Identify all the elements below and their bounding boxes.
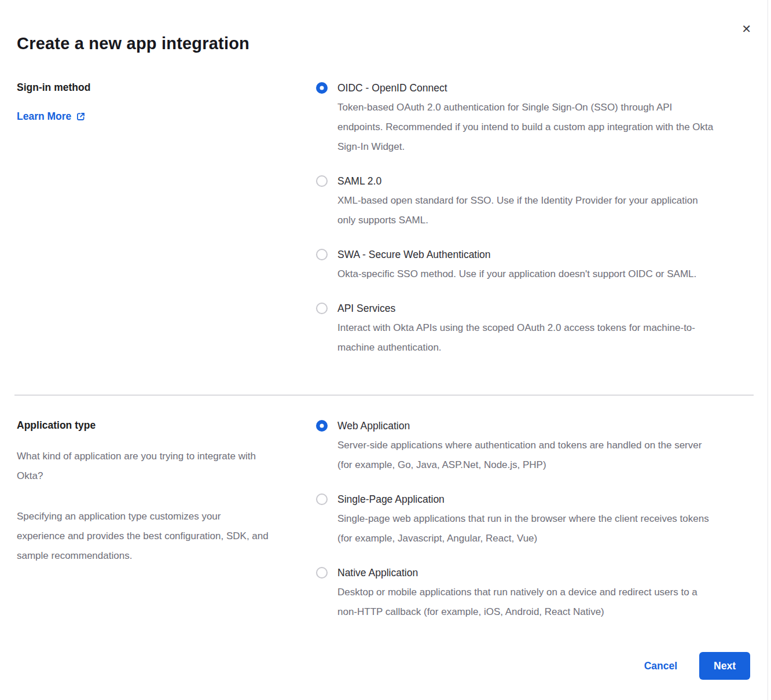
option-description-oidc: Token-based OAuth 2.0 authentication for… xyxy=(337,98,714,157)
option-description-swa: Okta-specific SSO method. Use if your ap… xyxy=(337,264,696,284)
option-description-web-application: Server-side applications where authentic… xyxy=(337,436,714,475)
signin-method-section: Sign-in method Learn More OIDC - OpenID … xyxy=(0,81,771,358)
option-label-web-application: Web Application xyxy=(337,419,714,433)
learn-more-link[interactable]: Learn More xyxy=(17,110,86,123)
application-type-question: What kind of application are you trying … xyxy=(17,447,271,486)
apptype-option-spa[interactable]: Single-Page Application Single-page web … xyxy=(316,492,750,548)
radio-button-saml[interactable] xyxy=(316,175,328,187)
modal-right-edge xyxy=(768,0,768,700)
signin-method-label: Sign-in method xyxy=(17,81,316,94)
radio-button-swa[interactable] xyxy=(316,249,328,260)
option-description-api-services: Interact with Okta APIs using the scoped… xyxy=(337,318,714,358)
application-type-label: Application type xyxy=(17,419,316,432)
external-link-icon xyxy=(76,112,86,121)
learn-more-label: Learn More xyxy=(17,110,71,123)
application-type-explainer: Specifying an application type customize… xyxy=(17,507,271,566)
apptype-option-web[interactable]: Web Application Server-side applications… xyxy=(316,419,750,475)
option-label-native-application: Native Application xyxy=(337,566,714,580)
radio-button-web-application[interactable] xyxy=(316,420,328,432)
radio-button-single-page-application[interactable] xyxy=(316,493,328,505)
dialog-footer: Cancel Next xyxy=(0,652,771,680)
option-description-saml: XML-based open standard for SSO. Use if … xyxy=(337,191,714,230)
option-label-single-page-application: Single-Page Application xyxy=(337,492,714,506)
option-label-saml: SAML 2.0 xyxy=(337,174,714,188)
option-description-single-page-application: Single-page web applications that run in… xyxy=(337,509,714,548)
section-divider xyxy=(14,395,754,396)
option-label-oidc: OIDC - OpenID Connect xyxy=(337,81,714,95)
option-label-swa: SWA - Secure Web Authentication xyxy=(337,248,696,261)
page-title: Create a new app integration xyxy=(0,0,771,54)
signin-option-oidc[interactable]: OIDC - OpenID Connect Token-based OAuth … xyxy=(316,81,750,157)
cancel-button[interactable]: Cancel xyxy=(644,660,677,672)
option-description-native-application: Desktop or mobile applications that run … xyxy=(337,583,714,622)
radio-button-api-services[interactable] xyxy=(316,303,328,314)
next-button[interactable]: Next xyxy=(699,652,750,680)
signin-option-saml[interactable]: SAML 2.0 XML-based open standard for SSO… xyxy=(316,174,750,230)
signin-option-api-services[interactable]: API Services Interact with Okta APIs usi… xyxy=(316,301,750,358)
signin-option-swa[interactable]: SWA - Secure Web Authentication Okta-spe… xyxy=(316,248,750,284)
create-app-integration-dialog: ✕ Create a new app integration Sign-in m… xyxy=(0,0,771,700)
radio-button-native-application[interactable] xyxy=(316,567,328,579)
application-type-section: Application type What kind of applicatio… xyxy=(0,419,771,622)
radio-button-oidc[interactable] xyxy=(316,82,328,94)
close-icon[interactable]: ✕ xyxy=(739,21,754,37)
option-label-api-services: API Services xyxy=(337,301,714,315)
apptype-option-native[interactable]: Native Application Desktop or mobile app… xyxy=(316,566,750,622)
